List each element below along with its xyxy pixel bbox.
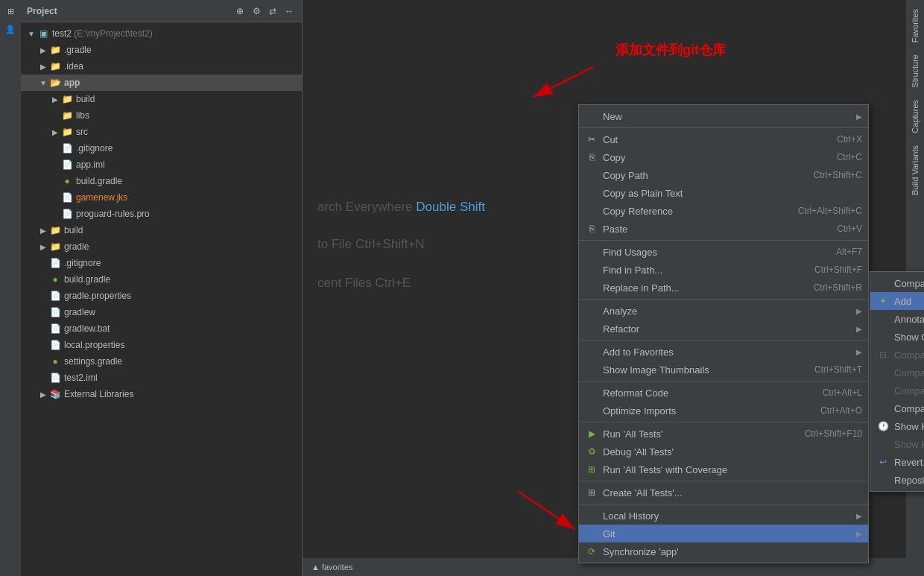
menu-arrow-add-favorites: ▶ (856, 348, 862, 356)
menu-label-copy: Copy (603, 152, 825, 163)
menu-item-synchronize[interactable]: ⟳ Synchronize 'app' (579, 542, 868, 560)
menu-item-replace-path[interactable]: Replace in Path... Ctrl+Shift+R (579, 279, 868, 297)
right-tab-build-variants[interactable]: Build Variants (908, 139, 922, 201)
menu-item-reformat[interactable]: Reformat Code Ctrl+Alt+L (579, 384, 868, 402)
menu-item-cut[interactable]: ✂ Cut Ctrl+X (579, 130, 868, 148)
hint-recent: cent Files Ctrl+E (317, 276, 411, 291)
submenu-item-compare-dir[interactable]: Compare Directory... (870, 274, 924, 292)
menu-item-run-coverage[interactable]: ⊞ Run 'All Tests' with Coverage (579, 461, 868, 478)
panel-icon-collapse[interactable]: ↔ (282, 4, 296, 18)
menu-item-debug-tests[interactable]: ⚙ Debug 'All Tests' (579, 443, 868, 461)
tree-label-libs: libs (76, 110, 89, 121)
menu-shortcut-find-path: Ctrl+Shift+F (814, 265, 862, 275)
right-tab-captures[interactable]: Captures (908, 94, 922, 139)
menu-label-find-path: Find in Path... (603, 265, 803, 276)
tree-item-test2-iml[interactable]: 📄 test2.iml (21, 370, 302, 386)
menu-sep-4 (579, 340, 868, 341)
menu-item-copy-reference[interactable]: Copy Reference Ctrl+Alt+Shift+C (579, 202, 868, 220)
hint-search: arch Everywhere Double Shift (317, 200, 485, 215)
menu-sep-6 (579, 422, 868, 422)
submenu-item-compare-with[interactable]: Compare with... (870, 382, 924, 399)
submenu-item-repository[interactable]: Repository ▶ (870, 471, 924, 489)
toolbar-icon-1[interactable]: ⊞ (2, 3, 19, 19)
toolbar-icon-2[interactable]: 👤 (2, 21, 19, 37)
submenu-item-revert[interactable]: ↩ Revert... (870, 453, 924, 471)
menu-icon-local-history (585, 509, 598, 522)
panel-header-icons: ⊕ ⚙ ⇄ ↔ (233, 4, 296, 18)
menu-item-paste[interactable]: ⎘ Paste Ctrl+V (579, 220, 868, 238)
menu-shortcut-copy-path: Ctrl+Shift+C (814, 170, 862, 180)
menu-label-synchronize: Synchronize 'app' (603, 546, 862, 557)
submenu-item-add[interactable]: + Add Ctrl+Alt+A (870, 292, 924, 310)
menu-item-optimize[interactable]: Optimize Imports Ctrl+Alt+O (579, 402, 868, 420)
menu-item-refactor[interactable]: Refactor ▶ (579, 320, 868, 338)
submenu-label-show-history: Show History (894, 421, 924, 432)
tree-item-gradlew[interactable]: 📄 gradlew (21, 304, 302, 320)
file-icon-gitignore-app: 📄 (61, 142, 73, 154)
menu-item-copy[interactable]: ⎘ Copy Ctrl+C (579, 148, 868, 166)
menu-label-create-tests: Create 'All Tests'... (603, 487, 862, 499)
menu-label-find-usages: Find Usages (603, 247, 824, 258)
submenu-item-show-history[interactable]: 🕐 Show History (870, 417, 924, 435)
tree-arrow-gradle: ▶ (39, 45, 48, 54)
menu-item-find-usages[interactable]: Find Usages Alt+F7 (579, 243, 868, 261)
panel-icon-settings[interactable]: ⊕ (233, 4, 247, 18)
tree-item-local-properties[interactable]: 📄 local.properties (21, 337, 302, 353)
tree-item-build-gradle-app[interactable]: ● build.gradle (21, 173, 302, 189)
arrow-idea (519, 60, 608, 104)
menu-item-show-image[interactable]: Show Image Thumbnails Ctrl+Shift+T (579, 361, 868, 379)
menu-item-copy-path[interactable]: Copy Path Ctrl+Shift+C (579, 166, 868, 184)
right-tab-structure[interactable]: Structure (908, 48, 922, 94)
tree-item-idea[interactable]: ▶ 📁 .idea (21, 58, 302, 75)
submenu-icon-compare-latest (876, 366, 890, 379)
submenu-item-compare-latest[interactable]: Compare with Latest Repository Version (870, 364, 924, 382)
menu-item-local-history[interactable]: Local History ▶ (579, 507, 868, 525)
tree-item-proguard[interactable]: 📄 proguard-rules.pro (21, 206, 302, 222)
tree-item-gradle[interactable]: ▶ 📁 .gradle (21, 42, 302, 58)
menu-item-add-favorites[interactable]: Add to Favorites ▶ (579, 343, 868, 361)
menu-shortcut-show-image: Ctrl+Shift+T (814, 364, 862, 375)
right-tab-favorites[interactable]: Favorites (908, 3, 922, 48)
tree-item-build-root[interactable]: ▶ 📁 build (21, 222, 302, 238)
submenu-item-annotate[interactable]: Annotate (870, 310, 924, 328)
svg-line-1 (534, 67, 593, 97)
tree-item-gitignore-root[interactable]: 📄 .gitignore (21, 255, 302, 271)
submenu-item-show-revision[interactable]: Show Current Revision (870, 328, 924, 346)
tree-item-app-iml[interactable]: 📄 app.iml (21, 156, 302, 173)
tree-label-gradlew-bat: gradlew.bat (64, 323, 110, 334)
tree-arrow-build-gradle-app (51, 177, 60, 186)
submenu-item-compare-same[interactable]: ⊟ Compare with the Same Repository Versi… (870, 346, 924, 364)
menu-item-create-tests[interactable]: ⊞ Create 'All Tests'... (579, 484, 868, 501)
tree-item-libs[interactable]: 📁 libs (21, 107, 302, 124)
bottom-tab-favorites[interactable]: ▲ favorites (306, 561, 359, 573)
folder-icon-build: 📁 (61, 93, 73, 105)
tree-item-test2[interactable]: ▼ ▣ test2 (E:\myProject\test2) (21, 25, 302, 42)
menu-item-git[interactable]: Git ▶ Compare Directory... + Add Ctrl+Al… (579, 525, 868, 542)
menu-item-copy-plain[interactable]: Copy as Plain Text (579, 184, 868, 202)
submenu-item-history-selection[interactable]: Show History for Selection (870, 435, 924, 453)
panel-icon-gear[interactable]: ⚙ (250, 4, 263, 18)
menu-shortcut-optimize: Ctrl+Alt+O (820, 405, 862, 416)
menu-item-analyze[interactable]: Analyze ▶ (579, 302, 868, 320)
tree-item-gradle-root[interactable]: ▶ 📁 gradle (21, 238, 302, 255)
tree-item-gradle-properties[interactable]: 📄 gradle.properties (21, 288, 302, 304)
tree-item-gamenew-jks[interactable]: 📄 gamenew.jks (21, 189, 302, 206)
tree-item-external-libs[interactable]: ▶ 📚 External Libraries (21, 386, 302, 402)
submenu-item-compare-branch[interactable]: Compare with Branch... (870, 399, 924, 417)
tree-item-settings-gradle[interactable]: ● settings.gradle (21, 353, 302, 370)
tree-arrow-gradle-root: ▶ (39, 242, 48, 251)
menu-shortcut-cut: Ctrl+X (837, 134, 862, 145)
tree-item-build-gradle-root[interactable]: ● build.gradle (21, 271, 302, 288)
hint-file: to File Ctrl+Shift+N (317, 237, 425, 252)
tree-arrow-proguard (51, 209, 60, 218)
tree-item-src[interactable]: ▶ 📁 src (21, 124, 302, 140)
menu-item-new[interactable]: New ▶ (579, 107, 868, 125)
tree-item-build[interactable]: ▶ 📁 build (21, 91, 302, 107)
tree-item-gitignore-app[interactable]: 📄 .gitignore (21, 140, 302, 156)
submenu-label-history-selection: Show History for Selection (894, 439, 924, 450)
menu-item-find-path[interactable]: Find in Path... Ctrl+Shift+F (579, 261, 868, 279)
menu-item-run-tests[interactable]: ▶ Run 'All Tests' Ctrl+Shift+F10 (579, 425, 868, 443)
tree-item-gradlew-bat[interactable]: 📄 gradlew.bat (21, 320, 302, 337)
panel-icon-arrows[interactable]: ⇄ (266, 4, 279, 18)
tree-item-app[interactable]: ▼ 📂 app (21, 75, 302, 91)
